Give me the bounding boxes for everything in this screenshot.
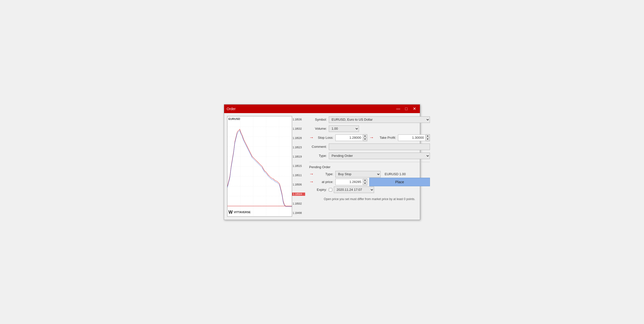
arrow-stoploss: → bbox=[309, 135, 314, 140]
info-text: Open price you set must differ from mark… bbox=[309, 197, 430, 201]
at-price-label: at price: bbox=[316, 180, 333, 184]
watermark-text: VITTAVERSE bbox=[234, 211, 251, 214]
arrow-takeprofit: → bbox=[369, 135, 374, 140]
arrow-pending-type: → bbox=[309, 171, 314, 177]
takeprofit-spinner-btns: ▲ ▼ bbox=[426, 134, 430, 141]
window-title: Order bbox=[227, 107, 236, 111]
y-label-highlighted: 1.18504 bbox=[292, 193, 305, 196]
takeprofit-label: Take Profit: bbox=[376, 136, 396, 140]
at-price-input[interactable]: 1.28285 bbox=[335, 179, 363, 185]
symbol-row: Symbol: EURUSD, Euro to US Dollar bbox=[309, 116, 430, 123]
pending-type-row: → Type: Buy Stop Buy Limit Sell Stop Sel… bbox=[309, 171, 430, 178]
expiry-select[interactable]: 2020.11.24 17:07 bbox=[334, 187, 374, 193]
y-label-6: 1.18511 bbox=[292, 174, 305, 177]
order-window: Order — □ ✕ EURUSD bbox=[224, 104, 420, 220]
expiry-label: Expiry: bbox=[309, 188, 327, 192]
symbol-select[interactable]: EURUSD, Euro to US Dollar bbox=[329, 116, 430, 123]
type-row: Type: Pending Order bbox=[309, 152, 430, 159]
minimize-button[interactable]: — bbox=[395, 106, 401, 112]
at-price-spinner-btns: ▲ ▼ bbox=[363, 178, 367, 186]
type-select[interactable]: Pending Order bbox=[329, 153, 430, 159]
expiry-controls: 2020.11.24 17:07 bbox=[329, 187, 374, 193]
at-price-row: → at price: 1.28285 ▲ ▼ Place bbox=[309, 178, 430, 186]
y-label-3: 1.18523 bbox=[292, 146, 305, 149]
expiry-checkbox[interactable] bbox=[329, 188, 332, 192]
arrow-at-price: → bbox=[309, 179, 314, 184]
at-price-spinner: 1.28285 ▲ ▼ bbox=[335, 178, 367, 186]
chart-y-axis: 1.18536 1.18532 1.18528 1.18523 1.18519 … bbox=[292, 116, 305, 217]
eurusd-info: EURUSD 1.00 bbox=[385, 172, 406, 176]
at-price-up-btn[interactable]: ▲ bbox=[363, 179, 367, 182]
takeprofit-down-btn[interactable]: ▼ bbox=[426, 138, 430, 141]
stoploss-spinner-btns: ▲ ▼ bbox=[363, 134, 367, 141]
stoploss-up-btn[interactable]: ▲ bbox=[363, 134, 367, 138]
form-area: Symbol: EURUSD, Euro to US Dollar Volume… bbox=[309, 116, 430, 217]
stoploss-takeprofit-row: → Stop Loss: 1.28000 ▲ ▼ → Take Profit: … bbox=[309, 134, 430, 141]
maximize-button[interactable]: □ bbox=[403, 106, 409, 112]
y-label-4: 1.18519 bbox=[292, 155, 305, 158]
stoploss-label: Stop Loss: bbox=[316, 136, 333, 140]
chart-symbol-label: EURUSD bbox=[228, 117, 240, 120]
pending-title-row: Pending Order bbox=[309, 164, 430, 171]
chart-area: EURUSD bbox=[227, 116, 305, 217]
place-button[interactable]: Place bbox=[369, 178, 430, 186]
chart-box: EURUSD bbox=[227, 116, 292, 217]
at-price-down-btn[interactable]: ▼ bbox=[363, 182, 367, 185]
type-label: Type: bbox=[309, 154, 327, 158]
watermark-v: W bbox=[228, 210, 233, 215]
title-bar: Order — □ ✕ bbox=[224, 105, 420, 113]
comment-label: Comment: bbox=[309, 145, 327, 149]
pending-order-section: Pending Order → Type: Buy Stop Buy Limit… bbox=[309, 162, 430, 193]
y-label-5: 1.18515 bbox=[292, 165, 305, 167]
takeprofit-input[interactable]: 1.30000 bbox=[398, 134, 426, 141]
chart-wrapper: EURUSD bbox=[227, 116, 305, 217]
close-button[interactable]: ✕ bbox=[411, 106, 417, 112]
symbol-label: Symbol: bbox=[309, 118, 327, 121]
y-label-0: 1.18536 bbox=[292, 118, 305, 121]
y-label-1: 1.18532 bbox=[292, 127, 305, 130]
pending-order-title: Pending Order bbox=[309, 165, 331, 169]
comment-row: Comment: bbox=[309, 143, 430, 150]
pending-type-select[interactable]: Buy Stop Buy Limit Sell Stop Sell Limit bbox=[335, 171, 381, 177]
y-label-2: 1.18528 bbox=[292, 137, 305, 140]
stoploss-down-btn[interactable]: ▼ bbox=[363, 138, 367, 141]
y-label-9: 1.18498 bbox=[292, 212, 305, 214]
pending-type-label: Type: bbox=[316, 172, 333, 176]
takeprofit-spinner: 1.30000 ▲ ▼ bbox=[398, 134, 430, 141]
window-controls: — □ ✕ bbox=[395, 106, 417, 112]
volume-row: Volume: 1.00 bbox=[309, 125, 430, 132]
window-content: EURUSD bbox=[224, 113, 420, 220]
y-label-8: 1.18502 bbox=[292, 202, 305, 205]
chart-svg bbox=[227, 116, 292, 216]
volume-select[interactable]: 1.00 bbox=[329, 125, 359, 132]
expiry-row: Expiry: 2020.11.24 17:07 bbox=[309, 186, 430, 193]
volume-label: Volume: bbox=[309, 127, 327, 130]
stoploss-input[interactable]: 1.28000 bbox=[335, 134, 363, 141]
watermark: W VITTAVERSE bbox=[228, 210, 251, 215]
comment-input[interactable] bbox=[329, 144, 430, 150]
takeprofit-up-btn[interactable]: ▲ bbox=[426, 134, 430, 138]
stoploss-spinner: 1.28000 ▲ ▼ bbox=[335, 134, 367, 141]
y-label-7: 1.18506 bbox=[292, 183, 305, 186]
